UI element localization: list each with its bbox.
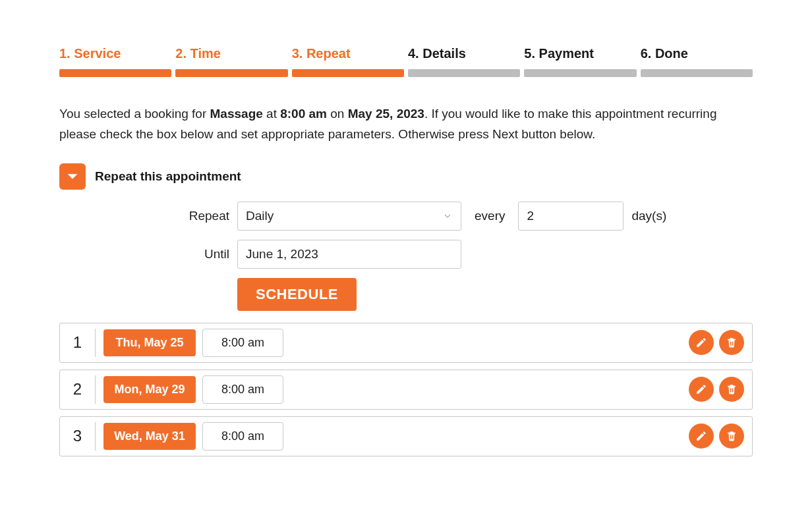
step-label: 5. Payment	[524, 46, 636, 61]
step-progress-bar	[641, 69, 753, 77]
schedule-list: 1Thu, May 258:00 am2Mon, May 298:00 am3W…	[59, 323, 753, 456]
step-4[interactable]: 4. Details	[408, 46, 520, 77]
trash-icon	[726, 383, 738, 395]
booking-summary: You selected a booking for Massage at 8:…	[59, 103, 753, 145]
step-5[interactable]: 5. Payment	[524, 46, 636, 77]
step-3[interactable]: 3. Repeat	[292, 46, 404, 77]
every-label: every	[475, 209, 505, 223]
until-label: Until	[59, 247, 237, 261]
schedule-date-badge: Thu, May 25	[103, 329, 196, 356]
repeat-frequency-value: Daily	[246, 209, 274, 223]
schedule-time: 8:00 am	[202, 375, 283, 404]
step-label: 6. Done	[641, 46, 753, 61]
edit-button[interactable]	[689, 330, 714, 355]
edit-button[interactable]	[689, 377, 714, 402]
step-progress-bar	[175, 69, 287, 77]
schedule-time: 8:00 am	[202, 422, 283, 451]
schedule-button[interactable]: Schedule	[237, 278, 357, 311]
step-progress-bar	[524, 69, 636, 77]
until-input[interactable]	[237, 240, 461, 269]
schedule-row: 2Mon, May 298:00 am	[59, 370, 753, 410]
step-label: 1. Service	[59, 46, 171, 61]
schedule-date-badge: Mon, May 29	[103, 376, 196, 403]
delete-button[interactable]	[719, 424, 744, 449]
trash-icon	[726, 337, 738, 348]
step-progress-bar	[408, 69, 520, 77]
repeat-title: Repeat this appointment	[95, 169, 241, 184]
units-label: day(s)	[631, 209, 666, 223]
repeat-frequency-select[interactable]: Daily	[237, 202, 461, 231]
schedule-time: 8:00 am	[202, 329, 283, 357]
summary-date: May 25, 2023	[348, 107, 424, 121]
step-progress-bar	[59, 69, 171, 77]
repeat-frequency-label: Repeat	[59, 209, 237, 223]
delete-button[interactable]	[719, 377, 744, 402]
summary-service: Massage	[210, 107, 263, 121]
wizard-steps: 1. Service2. Time3. Repeat4. Details5. P…	[59, 46, 753, 77]
schedule-row: 1Thu, May 258:00 am	[59, 323, 753, 363]
schedule-index: 3	[60, 422, 96, 451]
every-input[interactable]	[518, 202, 624, 231]
schedule-date-badge: Wed, May 31	[103, 423, 196, 450]
chevron-down-icon	[442, 211, 453, 221]
schedule-index: 1	[60, 329, 96, 357]
step-1[interactable]: 1. Service	[59, 46, 171, 77]
step-label: 4. Details	[408, 46, 520, 61]
step-label: 3. Repeat	[292, 46, 404, 61]
trash-icon	[726, 430, 738, 442]
schedule-index: 2	[60, 375, 96, 404]
delete-button[interactable]	[719, 330, 744, 355]
pencil-icon	[695, 383, 707, 395]
step-progress-bar	[292, 69, 404, 77]
repeat-toggle[interactable]	[59, 163, 86, 190]
pencil-icon	[695, 430, 707, 442]
pencil-icon	[695, 337, 707, 348]
summary-time: 8:00 am	[280, 107, 327, 121]
schedule-row: 3Wed, May 318:00 am	[59, 416, 753, 456]
step-2[interactable]: 2. Time	[175, 46, 287, 77]
step-6[interactable]: 6. Done	[641, 46, 753, 77]
chevron-down-icon	[65, 169, 80, 184]
edit-button[interactable]	[689, 424, 714, 449]
step-label: 2. Time	[175, 46, 287, 61]
